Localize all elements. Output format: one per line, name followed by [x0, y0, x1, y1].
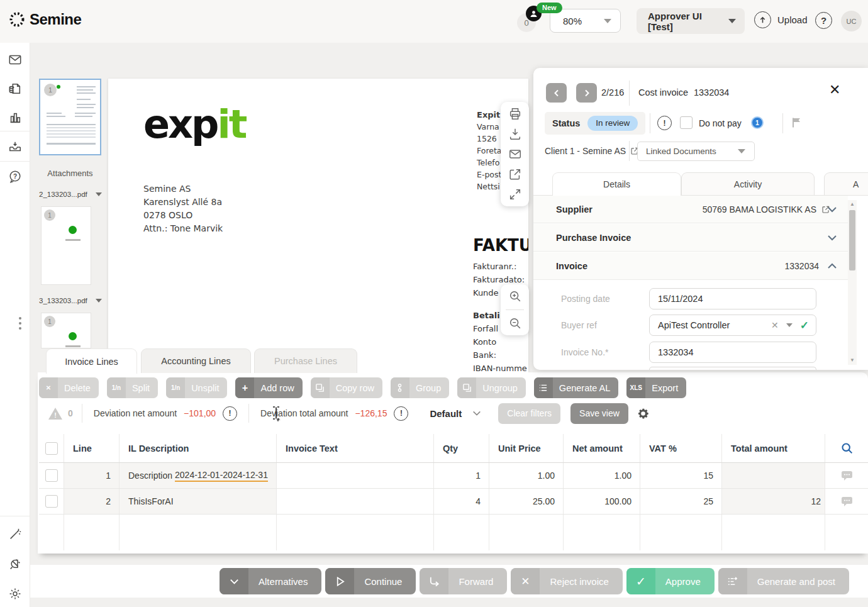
cell-net-amount[interactable]: 100.00 — [564, 489, 640, 514]
clear-filters-button[interactable]: Clear filters — [498, 403, 560, 424]
comment-icon[interactable] — [841, 471, 853, 481]
do-not-pay-checkbox[interactable] — [680, 116, 693, 129]
open-external-icon[interactable] — [508, 167, 522, 181]
top-bar: Semine 0 New 80% Approver UI [Test] Uplo… — [0, 0, 868, 43]
tab-accounting[interactable]: A — [824, 172, 868, 196]
mail-icon[interactable] — [8, 53, 22, 67]
view-selector-value[interactable]: Default — [430, 408, 462, 419]
buyer-ref-input[interactable]: ApiTest Controller ✕ ✓ — [649, 315, 816, 336]
forward-button[interactable]: Forward — [420, 568, 507, 594]
do-not-pay-count-badge[interactable]: 1 — [751, 116, 764, 129]
panel-scrollbar[interactable]: ▲ ▼ — [848, 200, 857, 365]
tab-activity[interactable]: Activity — [681, 172, 815, 196]
user-initials-avatar[interactable]: UC — [841, 11, 862, 31]
cell-qty[interactable]: 4 — [434, 489, 489, 514]
row-checkbox[interactable] — [45, 469, 58, 482]
chevron-down-icon[interactable] — [472, 408, 482, 418]
generate-al-button[interactable]: Generate AL — [534, 377, 618, 398]
tab-accounting-lines[interactable]: Accounting Lines — [141, 348, 251, 373]
cell-vat[interactable]: 25 — [640, 489, 722, 514]
role-selector[interactable]: Approver UI [Test] — [637, 8, 745, 34]
next-invoice-button[interactable] — [576, 83, 597, 103]
tab-purchase-lines[interactable]: Purchase Lines — [254, 348, 357, 373]
linked-documents-dropdown[interactable]: Linked Documents — [637, 142, 755, 161]
delete-button[interactable]: ✕ Delete — [39, 377, 99, 398]
approve-button[interactable]: ✓ Approve — [626, 568, 715, 594]
continue-button[interactable]: Continue — [325, 568, 416, 594]
group-button[interactable]: Group — [391, 377, 449, 398]
magic-wand-icon[interactable] — [8, 527, 22, 541]
deviation-net-info-icon[interactable]: ! — [223, 406, 237, 421]
chevron-up-icon[interactable] — [826, 260, 838, 272]
invoices-icon[interactable] — [8, 82, 22, 96]
fullscreen-icon[interactable] — [508, 187, 522, 201]
reports-icon[interactable] — [8, 111, 22, 125]
reject-invoice-button[interactable]: ✕ Reject invoice — [511, 568, 622, 594]
section-invoice[interactable]: Invoice 1332034 — [533, 252, 848, 280]
zoom-level-select[interactable]: 80% — [550, 9, 621, 33]
cell-unit-price[interactable]: 25.00 — [489, 489, 564, 514]
inbox-icon[interactable] — [8, 140, 22, 153]
zoom-out-icon[interactable] — [508, 316, 522, 330]
document-page-thumbnail[interactable]: 1 — [39, 79, 101, 155]
email-icon[interactable] — [508, 147, 522, 161]
chevron-down-icon[interactable] — [826, 232, 838, 243]
client-link[interactable]: Client 1 - Semine AS — [545, 146, 639, 156]
attachment-thumbnail[interactable]: 1 — [41, 313, 91, 348]
posting-date-input[interactable]: 15/11/2024 — [649, 288, 816, 309]
attachment-thumbnail[interactable]: 1 — [41, 206, 91, 285]
split-button[interactable]: 1/n Split — [107, 377, 158, 398]
ungroup-button[interactable]: Ungroup — [457, 377, 526, 398]
close-icon[interactable]: ✕ — [829, 83, 840, 97]
tab-details[interactable]: Details — [552, 172, 681, 196]
cell-unit-price[interactable]: 1.00 — [489, 463, 564, 488]
scroll-up-icon[interactable]: ▲ — [850, 200, 855, 209]
generate-and-post-button[interactable]: Generate and post — [718, 568, 849, 594]
plug-icon[interactable] — [8, 557, 22, 571]
row-checkbox[interactable] — [45, 495, 58, 508]
cell-net-amount[interactable]: 1.00 — [564, 463, 640, 488]
cell-invoice-text[interactable] — [277, 463, 434, 488]
help-button[interactable]: ? — [815, 12, 832, 29]
previous-invoice-button[interactable] — [546, 83, 567, 103]
cell-il-description[interactable]: Description 2024-12-01-2024-12-31 — [120, 463, 277, 488]
section-purchase-invoice[interactable]: Purchase Invoice — [533, 224, 848, 252]
select-all-checkbox[interactable] — [45, 442, 58, 455]
copy-row-button[interactable]: Copy row — [311, 377, 382, 398]
unsplit-button[interactable]: 1/n Unsplit — [166, 377, 227, 398]
alternatives-button[interactable]: Alternatives — [220, 568, 321, 594]
invoice-no-input[interactable]: 1332034 — [649, 342, 816, 363]
tab-invoice-lines[interactable]: Invoice Lines — [46, 348, 137, 374]
chevron-down-icon[interactable] — [826, 204, 838, 215]
zoom-in-icon[interactable] — [508, 289, 522, 303]
brand-logo[interactable]: Semine — [9, 11, 81, 28]
chevron-down-icon[interactable] — [786, 323, 793, 327]
clear-icon[interactable]: ✕ — [771, 320, 779, 330]
download-icon[interactable] — [508, 127, 522, 141]
panel-resize-handle[interactable] — [19, 317, 21, 330]
export-button[interactable]: XLS Export — [626, 377, 686, 398]
cell-invoice-text[interactable] — [277, 489, 434, 514]
deviation-total-info-icon[interactable]: ! — [394, 406, 408, 421]
cell-qty[interactable]: 1 — [434, 463, 489, 488]
invoice-section-value: 1332034 — [784, 261, 819, 271]
scrollbar-thumb[interactable] — [849, 210, 855, 270]
cell-il-description[interactable]: ThisIsForAI — [120, 489, 277, 514]
add-row-button[interactable]: + Add row — [235, 377, 302, 398]
help-bubble-icon[interactable]: ? — [8, 170, 22, 184]
attachment-file-row[interactable]: 2_133203...pdf — [39, 191, 103, 198]
zoom-level-value: 80% — [563, 16, 582, 26]
print-icon[interactable] — [508, 107, 522, 121]
comment-icon[interactable] — [841, 496, 853, 507]
scroll-down-icon[interactable]: ▼ — [850, 356, 855, 365]
attachment-file-row[interactable]: 3_133203...pdf — [39, 297, 103, 304]
upload-button[interactable]: Upload — [754, 11, 808, 28]
status-info-icon[interactable]: ! — [657, 116, 672, 130]
table-settings-gear-icon[interactable] — [637, 407, 650, 420]
flag-icon[interactable] — [790, 116, 803, 129]
search-icon[interactable] — [840, 442, 854, 455]
cell-vat[interactable]: 15 — [640, 463, 722, 488]
section-supplier[interactable]: Supplier 50769 BAMA LOGISTIKK AS — [533, 196, 848, 223]
save-view-button[interactable]: Save view — [570, 403, 628, 424]
settings-gear-icon[interactable] — [8, 587, 22, 601]
